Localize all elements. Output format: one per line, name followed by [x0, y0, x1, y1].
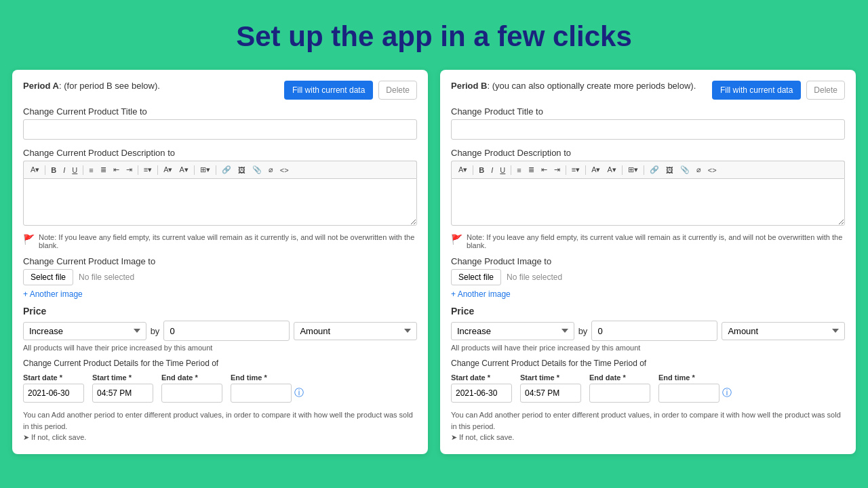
- toolbar-b-attachment[interactable]: 📎: [677, 164, 692, 176]
- panel-a-end-time-field: End time * ⓘ: [231, 373, 304, 403]
- toolbar-b-table[interactable]: ⊞▾: [625, 164, 641, 176]
- panel-a-by-text: by: [151, 326, 160, 336]
- panel-a-info-icon[interactable]: ⓘ: [294, 387, 304, 399]
- panel-a: Period A: (for period B see below). Fill…: [12, 70, 428, 454]
- toolbar-a-ul[interactable]: ≡: [86, 165, 96, 176]
- panel-a-end-time-label: End time *: [231, 373, 304, 382]
- panel-a-start-date-input[interactable]: [23, 384, 84, 403]
- panel-a-price-value-input[interactable]: [163, 321, 290, 341]
- toolbar-b-para[interactable]: A▾: [456, 164, 470, 176]
- panel-b-end-time-field: End time * ⓘ: [658, 373, 732, 403]
- panel-a-description-textarea[interactable]: [23, 178, 417, 226]
- panel-b-start-time-input[interactable]: [520, 384, 581, 403]
- panel-a-price-type-dropdown[interactable]: Increase: [23, 322, 146, 340]
- panel-b-description-field: Change Product Description to A▾ B I U ≡…: [451, 148, 845, 228]
- toolbar-b-code[interactable]: <>: [705, 165, 719, 176]
- panel-b-price-value-input[interactable]: [591, 321, 717, 341]
- panel-a-fill-button[interactable]: Fill with current data: [284, 81, 373, 100]
- panel-a-image-section: Change Current Product Image to Select f…: [23, 256, 417, 299]
- panel-a-header: Period A: (for period B see below). Fill…: [23, 81, 417, 100]
- toolbar-b-bold[interactable]: B: [476, 165, 487, 176]
- toolbar-b-sep: [473, 165, 473, 175]
- toolbar-a-bg-color[interactable]: A▾: [177, 164, 191, 176]
- toolbar-a-code[interactable]: <>: [277, 165, 292, 176]
- panel-b-title-input[interactable]: [451, 119, 845, 140]
- panel-b-fill-button[interactable]: Fill with current data: [712, 81, 801, 100]
- toolbar-a-ol[interactable]: ≣: [98, 164, 109, 176]
- panel-b-title: Period B: (you can also optionally creat…: [451, 81, 696, 91]
- panel-b-end-date-input[interactable]: [589, 384, 650, 403]
- panel-a-description-field: Change Current Product Description to A▾…: [23, 148, 417, 228]
- panel-b-description-textarea[interactable]: [451, 178, 845, 226]
- toolbar-b-image[interactable]: 🖼: [663, 165, 676, 176]
- panel-b-note-box: 🚩 Note: If you leave any field empty, it…: [451, 233, 845, 249]
- toolbar-b-ol[interactable]: ≣: [526, 164, 537, 176]
- panel-b-select-file-button[interactable]: Select file: [451, 269, 501, 285]
- panel-b-start-date-input[interactable]: [451, 384, 512, 403]
- panel-a-price-unit-dropdown[interactable]: Amount: [294, 322, 417, 340]
- panel-a-price-row: Increase by Amount: [23, 321, 417, 341]
- panel-b-price-type-dropdown[interactable]: Increase: [451, 322, 574, 340]
- toolbar-sep-5: [194, 165, 195, 175]
- panel-b-start-date-field: Start date *: [451, 373, 512, 403]
- panel-a-delete-button[interactable]: Delete: [378, 81, 417, 100]
- panel-a-note-box: 🚩 Note: If you leave any field empty, it…: [23, 233, 417, 249]
- panel-b-end-time-input[interactable]: [658, 384, 719, 403]
- toolbar-b-underline[interactable]: U: [497, 165, 508, 176]
- toolbar-a-para[interactable]: A▾: [28, 164, 42, 176]
- panel-b-end-date-field: End date *: [589, 373, 650, 403]
- panel-b-buttons: Fill with current data Delete: [712, 81, 845, 100]
- toolbar-b-ul[interactable]: ≡: [514, 165, 524, 176]
- panel-a-end-date-field: End date *: [161, 373, 222, 403]
- panel-b-image-section: Change Product Image to Select file No f…: [451, 256, 845, 299]
- panel-b-no-file-text: No file selected: [507, 272, 562, 282]
- panel-a-start-time-input[interactable]: [92, 384, 153, 403]
- toolbar-a-italic[interactable]: I: [60, 165, 68, 176]
- panel-b-price-section: Price Increase by Amount All products wi…: [451, 306, 845, 352]
- toolbar-a-indent[interactable]: ⇥: [123, 164, 135, 176]
- toolbar-b-bg-color[interactable]: A▾: [605, 164, 619, 176]
- toolbar-sep-6: [216, 165, 216, 175]
- toolbar-a-outdent[interactable]: ⇤: [111, 164, 122, 176]
- panel-b-start-time-field: Start time *: [520, 373, 581, 403]
- panel-b-price-label: Price: [451, 306, 845, 317]
- toolbar-b-blockquote[interactable]: ⌀: [694, 164, 704, 176]
- panel-a-title-input[interactable]: [23, 119, 417, 140]
- panel-a-footer-note: You can Add another period to enter diff…: [23, 409, 417, 443]
- toolbar-b-indent[interactable]: ⇥: [551, 164, 563, 176]
- panel-b-end-time-label: End time *: [658, 373, 732, 382]
- toolbar-a-attachment[interactable]: 📎: [250, 164, 264, 176]
- toolbar-b-italic[interactable]: I: [488, 165, 496, 176]
- panel-b-title-label: Change Product Title to: [451, 106, 845, 117]
- panel-b: Period B: (you can also optionally creat…: [440, 70, 856, 454]
- toolbar-b-outdent[interactable]: ⇤: [538, 164, 550, 176]
- toolbar-b-align[interactable]: ≡▾: [569, 164, 583, 176]
- toolbar-a-underline[interactable]: U: [69, 165, 80, 176]
- panel-a-toolbar: A▾ B I U ≡ ≣ ⇤ ⇥ ≡▾ A▾ A▾ ⊞▾ 🔗 🖼: [23, 161, 417, 178]
- panel-b-delete-button[interactable]: Delete: [806, 81, 845, 100]
- toolbar-a-image[interactable]: 🖼: [235, 165, 248, 176]
- toolbar-a-bold[interactable]: B: [48, 165, 59, 176]
- panel-a-file-row: Select file No file selected: [23, 269, 417, 285]
- panel-a-end-time-input[interactable]: [231, 384, 292, 403]
- panel-b-price-row: Increase by Amount: [451, 321, 845, 341]
- flag-icon-a: 🚩: [23, 234, 35, 245]
- toolbar-a-table[interactable]: ⊞▾: [197, 164, 213, 176]
- toolbar-a-align[interactable]: ≡▾: [141, 164, 155, 176]
- panel-a-select-file-button[interactable]: Select file: [23, 269, 73, 285]
- panel-a-end-date-input[interactable]: [161, 384, 222, 403]
- panel-a-title: Period A: (for period B see below).: [23, 81, 160, 91]
- panel-b-price-unit-dropdown[interactable]: Amount: [722, 322, 845, 340]
- toolbar-b-font-color[interactable]: A▾: [589, 164, 603, 176]
- toolbar-a-link[interactable]: 🔗: [219, 164, 234, 176]
- toolbar-b-link[interactable]: 🔗: [647, 164, 662, 176]
- panel-b-date-row: Start date * Start time * End date * End…: [451, 373, 845, 403]
- toolbar-b-sep-3: [566, 165, 566, 175]
- toolbar-a-blockquote[interactable]: ⌀: [266, 164, 276, 176]
- toolbar-b-sep-4: [585, 165, 586, 175]
- panel-b-info-icon[interactable]: ⓘ: [722, 387, 732, 399]
- panel-a-another-image-link[interactable]: + Another image: [23, 289, 83, 299]
- panel-a-start-date-field: Start date *: [23, 373, 84, 403]
- toolbar-a-font-color[interactable]: A▾: [161, 164, 175, 176]
- panel-b-another-image-link[interactable]: + Another image: [451, 289, 511, 299]
